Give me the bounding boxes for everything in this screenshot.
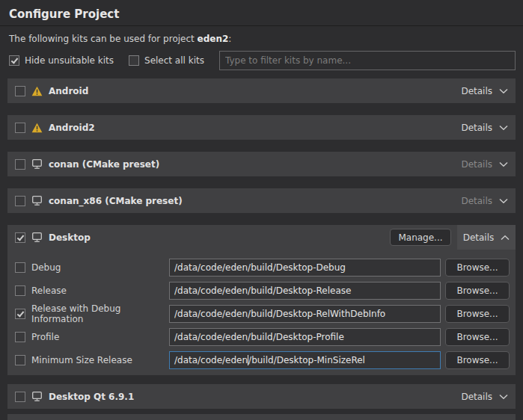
build-dir-input-release[interactable]: [169, 282, 441, 300]
kit-checkbox[interactable]: [15, 392, 25, 402]
kit-row-desktop: Desktop Manage... Details: [7, 225, 516, 250]
config-checkbox[interactable]: [15, 355, 25, 365]
warning-icon: [31, 86, 43, 96]
details-toggle[interactable]: Details: [461, 86, 516, 96]
browse-button[interactable]: Browse...: [445, 282, 510, 300]
next-kit-row-partial: [7, 414, 516, 420]
kit-row-desktop-qt: Desktop Qt 6.9.1 Details: [7, 384, 516, 409]
build-dir-input-profile[interactable]: [169, 328, 441, 346]
warning-icon: [31, 123, 43, 133]
manage-kits-button[interactable]: Manage...: [390, 229, 451, 246]
details-label: Details: [461, 86, 492, 96]
config-label: Minimum Size Release: [31, 355, 169, 365]
chevron-down-icon: [499, 88, 508, 94]
details-toggle[interactable]: Details: [461, 392, 516, 402]
hide-unsuitable-label: Hide unsuitable kits: [25, 55, 114, 66]
browse-button[interactable]: Browse...: [445, 259, 510, 277]
desktop-monitor-icon: [31, 158, 43, 170]
kit-checkbox[interactable]: [15, 196, 25, 206]
config-checkbox[interactable]: [15, 332, 25, 342]
kit-row-conan-x86: conan_x86 (CMake preset) Details: [7, 188, 516, 213]
kit-name: Desktop Qt 6.9.1: [49, 392, 134, 402]
desktop-monitor-icon: [31, 232, 43, 243]
kit-checkbox[interactable]: [15, 159, 25, 170]
page-title: Configure Project: [0, 0, 523, 26]
input-text-after-caret: /build/Desktop-MinSizeRel: [248, 355, 365, 365]
config-label: Release: [31, 285, 169, 296]
input-text-before-caret: /data/code/eden: [174, 355, 248, 365]
kit-checkbox[interactable]: [15, 86, 25, 96]
details-label: Details: [463, 232, 495, 243]
build-dir-input-minsizerel[interactable]: /data/code/eden/build/Desktop-MinSizeRel: [169, 351, 441, 369]
chevron-down-icon: [499, 394, 508, 400]
details-label: Details: [461, 392, 492, 402]
details-label: Details: [461, 123, 492, 133]
chevron-up-icon: [501, 235, 510, 241]
config-checkbox[interactable]: [15, 262, 25, 273]
kit-checkbox[interactable]: [15, 232, 25, 243]
build-dir-input-relwithdebinfo[interactable]: [169, 305, 441, 323]
kit-name: Android: [49, 86, 88, 96]
config-row-relwithdebinfo: Release with Debug Information Browse...: [7, 303, 516, 324]
details-toggle[interactable]: Details: [457, 225, 516, 250]
select-all-checkbox[interactable]: [129, 55, 139, 66]
kit-row-android2: Android2 Details: [7, 115, 516, 140]
config-row-release: Release Browse...: [7, 280, 516, 300]
project-name: eden2: [198, 34, 229, 44]
config-label: Profile: [31, 332, 169, 342]
details-toggle[interactable]: Details: [461, 123, 516, 133]
details-label: Details: [461, 196, 492, 206]
config-row-debug: Debug Browse...: [7, 257, 516, 277]
kit-row-conan: conan (CMake preset) Details: [7, 152, 516, 176]
kit-checkbox[interactable]: [15, 123, 25, 133]
kit-panel-desktop: Desktop Manage... Details Debug Browse..…: [7, 225, 516, 375]
intro-prefix: The following kits can be used for proje…: [9, 34, 198, 44]
chevron-down-icon: [499, 161, 508, 167]
hide-unsuitable-kits-toggle[interactable]: Hide unsuitable kits: [9, 55, 114, 66]
select-all-kits-toggle[interactable]: Select all kits: [129, 55, 204, 66]
details-label: Details: [461, 159, 492, 170]
kit-row-android: Android Details: [7, 78, 516, 103]
details-toggle[interactable]: Details: [461, 159, 516, 170]
kit-name: Android2: [49, 123, 95, 133]
intro-suffix: :: [228, 34, 231, 44]
filter-controls: Hide unsuitable kits Select all kits: [9, 51, 516, 70]
browse-button[interactable]: Browse...: [445, 351, 510, 369]
config-label: Release with Debug Information: [31, 303, 169, 324]
config-checkbox[interactable]: [15, 285, 25, 296]
config-label: Debug: [31, 262, 169, 273]
chevron-down-icon: [499, 125, 508, 131]
desktop-monitor-icon: [31, 195, 43, 206]
config-row-minsizerel: Minimum Size Release /data/code/eden/bui…: [7, 350, 516, 370]
kit-filter-input[interactable]: [219, 51, 516, 70]
config-row-profile: Profile Browse...: [7, 327, 516, 347]
select-all-label: Select all kits: [144, 55, 204, 66]
browse-button[interactable]: Browse...: [445, 328, 510, 346]
browse-button[interactable]: Browse...: [445, 305, 510, 323]
chevron-down-icon: [499, 198, 508, 204]
build-dir-input-debug[interactable]: [169, 259, 441, 277]
details-toggle[interactable]: Details: [461, 196, 516, 206]
kit-name: conan_x86 (CMake preset): [49, 196, 183, 206]
kit-name: conan (CMake preset): [49, 159, 159, 170]
config-checkbox[interactable]: [15, 309, 25, 319]
intro-text: The following kits can be used for proje…: [9, 34, 514, 44]
desktop-monitor-icon: [31, 391, 43, 402]
hide-unsuitable-checkbox[interactable]: [9, 55, 19, 66]
kit-name: Desktop: [49, 232, 91, 243]
